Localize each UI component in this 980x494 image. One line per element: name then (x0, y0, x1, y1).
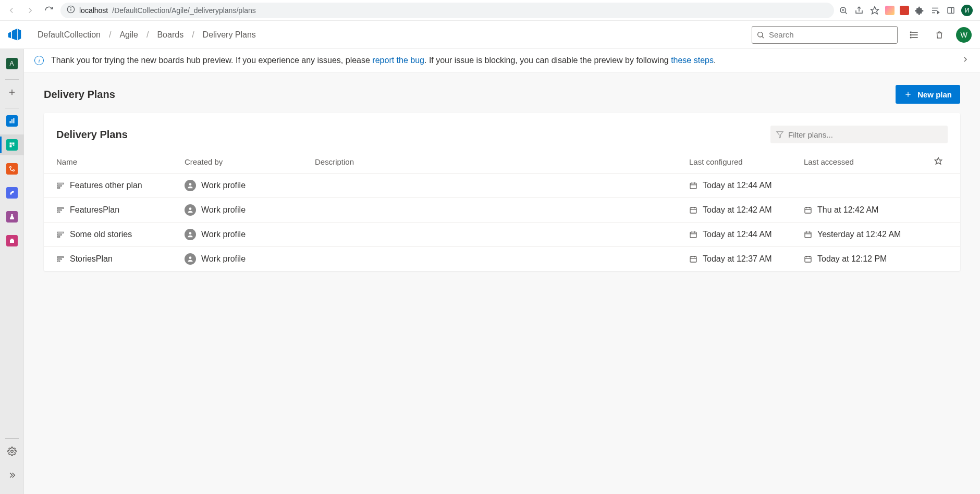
notice-text: Thank you for trying the new boards hub … (51, 56, 716, 65)
breadcrumb-item[interactable]: Delivery Plans (203, 30, 256, 40)
azure-devops-logo-icon[interactable] (7, 28, 22, 42)
nav-overview[interactable] (0, 110, 24, 131)
plan-icon (56, 255, 65, 263)
col-created-by[interactable]: Created by (185, 151, 315, 174)
svg-point-31 (13, 170, 14, 171)
breadcrumb-item[interactable]: DefaultCollection (38, 30, 101, 40)
svg-rect-60 (57, 234, 62, 235)
svg-rect-51 (690, 207, 696, 213)
card-title: Delivery Plans (56, 129, 128, 141)
address-bar[interactable]: localhost/DefaultCollection/Agile/_deliv… (60, 3, 834, 18)
col-last-accessed[interactable]: Last accessed (804, 151, 929, 174)
user-avatar[interactable]: W (956, 27, 972, 43)
gear-icon (7, 447, 17, 456)
nav-repos[interactable] (0, 158, 24, 179)
person-icon (185, 253, 196, 265)
person-icon (185, 180, 196, 191)
star-icon (934, 157, 942, 165)
col-last-configured[interactable]: Last configured (689, 151, 804, 174)
table-row[interactable]: FeaturesPlanWork profileToday at 12:42 A… (44, 198, 960, 223)
breadcrumb-item[interactable]: Agile (119, 30, 138, 40)
notice-next-icon[interactable] (961, 55, 970, 66)
plans-card: Delivery Plans Name Created by Descripti… (44, 113, 960, 271)
zoom-icon[interactable] (838, 5, 849, 16)
svg-rect-63 (690, 232, 696, 238)
settings-button[interactable] (0, 441, 24, 462)
table-row[interactable]: StoriesPlanWork profileToday at 12:37 AM… (44, 247, 960, 271)
url-path: /DefaultCollection/Agile/_deliveryplans/… (112, 6, 256, 15)
col-favorite[interactable] (929, 151, 960, 174)
calendar-icon (689, 230, 697, 239)
extension-icon[interactable] (885, 6, 895, 15)
project-avatar[interactable]: A (0, 53, 24, 74)
svg-point-2 (71, 7, 71, 8)
plans-table: Name Created by Description Last configu… (44, 151, 960, 271)
svg-rect-27 (9, 143, 11, 145)
plan-icon (56, 230, 65, 239)
extensions-menu-icon[interactable] (914, 5, 925, 16)
profile-avatar[interactable]: И (961, 5, 973, 16)
svg-point-34 (10, 450, 13, 453)
report-bug-link[interactable]: report the bug (372, 56, 424, 65)
breadcrumb-item[interactable]: Boards (157, 30, 183, 40)
url-host: localhost (79, 6, 108, 15)
expand-nav-button[interactable] (0, 465, 24, 486)
browser-toolbar: localhost/DefaultCollection/Agile/_deliv… (0, 0, 980, 21)
panel-icon[interactable] (946, 5, 956, 16)
breadcrumb: DefaultCollection / Agile / Boards / Del… (38, 30, 256, 40)
bookmark-icon[interactable] (869, 5, 880, 16)
these-steps-link[interactable]: these steps (671, 56, 714, 65)
preview-notice: i Thank you for trying the new boards hu… (24, 49, 980, 72)
svg-rect-40 (57, 185, 62, 186)
site-info-icon[interactable] (67, 5, 75, 15)
test-icon (6, 211, 18, 223)
table-row[interactable]: Features other planWork profileToday at … (44, 174, 960, 198)
person-icon (185, 229, 196, 240)
filter-box[interactable] (770, 126, 948, 143)
svg-rect-28 (12, 143, 14, 145)
list-icon[interactable] (906, 27, 923, 43)
calendar-icon (689, 181, 697, 190)
col-name[interactable]: Name (44, 151, 185, 174)
search-input[interactable] (769, 30, 893, 39)
info-icon: i (34, 56, 44, 65)
person-icon (185, 204, 196, 216)
search-box[interactable] (752, 26, 898, 44)
svg-point-62 (189, 232, 192, 234)
svg-rect-73 (57, 261, 60, 262)
share-icon[interactable] (854, 5, 864, 16)
forward-button[interactable] (23, 3, 38, 18)
svg-line-15 (762, 36, 764, 38)
calendar-icon (689, 206, 697, 214)
plan-name: FeaturesPlan (70, 205, 119, 215)
created-by: Work profile (201, 205, 246, 215)
back-button[interactable] (4, 3, 19, 18)
search-icon (756, 31, 765, 39)
new-plan-button[interactable]: New plan (896, 85, 960, 104)
shopping-bag-icon[interactable] (931, 27, 948, 43)
nav-testplans[interactable] (0, 206, 24, 227)
svg-rect-24 (9, 121, 10, 123)
svg-point-30 (9, 167, 11, 168)
new-item-button[interactable] (0, 82, 24, 103)
svg-point-42 (189, 183, 192, 186)
nav-pipelines[interactable] (0, 182, 24, 203)
extension-icon[interactable] (900, 6, 909, 15)
svg-rect-33 (10, 239, 13, 240)
plan-name: Some old stories (70, 230, 132, 239)
col-description[interactable]: Description (315, 151, 689, 174)
svg-marker-11 (938, 11, 939, 14)
filter-icon (776, 130, 784, 139)
svg-rect-43 (690, 183, 696, 189)
last-configured: Today at 12:44 AM (703, 230, 772, 239)
nav-artifacts[interactable] (0, 230, 24, 251)
table-row[interactable]: Some old storiesWork profileToday at 12:… (44, 223, 960, 247)
reload-button[interactable] (42, 3, 56, 18)
plus-icon (7, 88, 17, 97)
playlist-icon[interactable] (930, 5, 940, 16)
last-accessed: Today at 12:12 PM (817, 254, 887, 264)
filter-input[interactable] (788, 130, 942, 139)
nav-boards[interactable] (0, 134, 24, 155)
svg-point-21 (911, 37, 912, 38)
plan-name: StoriesPlan (70, 254, 113, 264)
